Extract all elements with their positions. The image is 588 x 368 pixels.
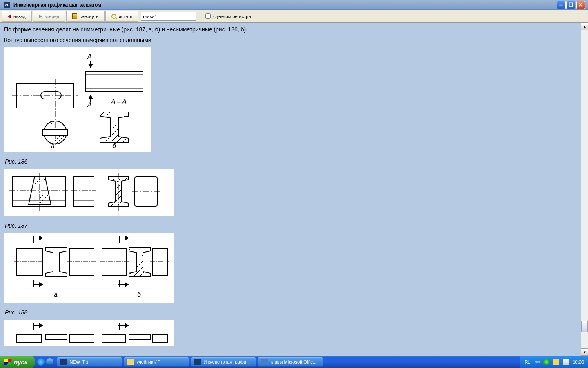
maximize-button[interactable]: ❐ (566, 1, 575, 9)
figure-187 (4, 169, 174, 216)
arrow-left-icon (8, 14, 11, 18)
start-label: пуск (14, 359, 27, 366)
svg-line-34 (24, 176, 57, 209)
minimize-button[interactable]: — (557, 1, 566, 9)
svg-rect-89 (153, 334, 167, 343)
quick-launch (35, 356, 56, 368)
svg-rect-1 (41, 92, 61, 99)
svg-text:A: A (87, 53, 92, 60)
caption-188: Рис. 188 (5, 309, 577, 316)
svg-line-74 (123, 260, 156, 293)
case-checkbox[interactable] (205, 13, 211, 19)
taskbar: пуск NEW (F:) учебник ИГ Инжененрная гра… (0, 356, 588, 368)
svg-line-22 (96, 90, 133, 126)
case-label: с учетом регистра (213, 14, 251, 19)
svg-rect-82 (16, 334, 42, 343)
search-label: искать (119, 14, 132, 19)
taskbar-item-3[interactable]: главы Microsoft Offic... (258, 357, 323, 367)
taskbar-item-0[interactable]: NEW (F:) (57, 357, 122, 367)
language-indicator[interactable]: RL (524, 359, 530, 364)
collapse-button[interactable]: свернуть (66, 11, 105, 22)
nero-icon[interactable]: nero (533, 360, 540, 364)
search-icon (111, 14, 116, 19)
taskbar-item-1[interactable]: учебник ИГ (124, 357, 189, 367)
task-label-0: NEW (F:) (69, 359, 88, 364)
svg-line-68 (123, 236, 156, 256)
svg-line-71 (123, 242, 156, 274)
search-input[interactable] (141, 12, 196, 21)
collapse-label: свернуть (80, 14, 98, 19)
scroll-up-button[interactable]: ▲ (581, 23, 588, 30)
word-icon (261, 359, 268, 365)
svg-line-25 (96, 108, 133, 145)
tray-icon-2[interactable] (553, 359, 559, 365)
ie-icon[interactable] (46, 358, 53, 366)
svg-line-6 (39, 116, 63, 141)
title-bar: ИГ Инжененрная графика шаг за шагом — ❐ … (0, 0, 588, 10)
figure-188: а (4, 233, 174, 303)
start-button[interactable]: пуск (0, 356, 35, 368)
svg-text:б: б (137, 291, 141, 298)
folder-icon (127, 359, 134, 365)
svg-rect-41 (74, 176, 94, 207)
svg-rect-87 (102, 334, 126, 343)
svg-text:а: а (54, 291, 58, 298)
taskbar-item-2[interactable]: Инжененрная графи... (191, 357, 256, 367)
scroll-down-button[interactable]: ▼ (581, 348, 588, 356)
svg-rect-83 (46, 334, 67, 339)
book-icon (72, 13, 77, 19)
svg-rect-12 (43, 130, 67, 135)
scroll-thumb[interactable] (581, 321, 588, 332)
svg-line-37 (24, 172, 57, 194)
back-button[interactable]: назад (2, 11, 32, 22)
svg-rect-31 (12, 176, 65, 207)
paragraph-2: Контур вынесенного сечения вычерчивают с… (4, 37, 577, 43)
label-a: а (51, 142, 55, 149)
svg-rect-84 (69, 334, 94, 343)
figure-186: а A A A – A (4, 47, 151, 152)
back-label: назад (13, 14, 26, 19)
svg-text:A – A: A – A (111, 98, 127, 105)
close-button[interactable]: ✕ (576, 1, 585, 9)
task-label-1: учебник ИГ (136, 359, 160, 364)
forward-button[interactable]: вперед (33, 11, 65, 22)
svg-rect-88 (129, 334, 150, 339)
task-label-2: Инжененрная графи... (203, 359, 250, 364)
arrow-right-icon (39, 14, 42, 18)
case-sensitive-check[interactable]: с учетом регистра (205, 11, 251, 22)
app-icon: ИГ (4, 2, 10, 8)
svg-line-72 (123, 248, 156, 280)
svg-line-24 (96, 102, 133, 139)
windows-flag-icon (4, 359, 12, 365)
toolbar: назад вперед свернуть искать с учетом ре… (0, 10, 588, 23)
document-content: По форме сечения делят на симметричные (… (0, 23, 581, 356)
figure-189-partial (4, 320, 174, 346)
tray-icon-3[interactable] (563, 359, 569, 365)
window-title: Инжененрная графика шаг за шагом (13, 2, 101, 8)
svg-text:б: б (112, 142, 116, 149)
clock[interactable]: 10:00 (572, 359, 584, 364)
paragraph-1: По форме сечения делят на симметричные (… (4, 26, 577, 33)
drive-icon (60, 359, 67, 365)
svg-line-8 (47, 124, 71, 149)
forward-label: вперед (45, 14, 59, 19)
app-icon-small (194, 359, 201, 365)
vertical-scrollbar[interactable]: ▲ ▼ (581, 23, 588, 356)
svg-line-38 (24, 181, 57, 213)
caption-187: Рис. 187 (5, 222, 577, 229)
tray-icon-1[interactable] (543, 359, 550, 365)
show-desktop-icon[interactable] (37, 358, 45, 366)
scroll-track[interactable] (581, 30, 588, 348)
task-label-3: главы Microsoft Offic... (270, 359, 316, 364)
svg-text:A: A (87, 101, 92, 108)
system-tray: RL nero 10:00 (520, 356, 588, 368)
svg-line-70 (123, 236, 156, 268)
svg-line-73 (123, 254, 156, 287)
caption-186: Рис. 186 (5, 158, 577, 165)
search-button[interactable]: искать (105, 11, 138, 22)
